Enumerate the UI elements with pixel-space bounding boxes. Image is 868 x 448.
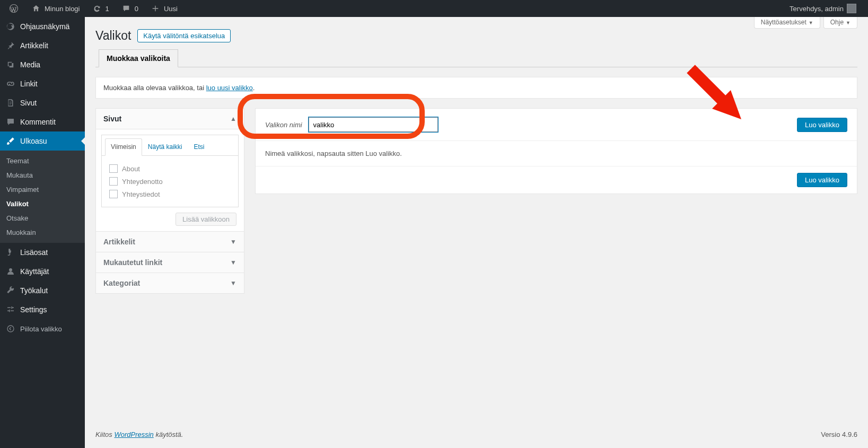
- user-greeting: Tervehdys, admin: [790, 5, 844, 13]
- add-to-menu-button: Lisää valikkoon: [176, 213, 236, 226]
- comment-icon: [121, 3, 131, 14]
- link-icon: [5, 78, 16, 89]
- user-icon: [5, 266, 16, 277]
- page-checkbox[interactable]: [109, 164, 118, 173]
- create-new-menu-link[interactable]: luo uusi valikko: [206, 84, 253, 92]
- menu-tools[interactable]: Työkalut: [0, 281, 85, 300]
- chevron-down-icon: ▼: [846, 20, 851, 25]
- admin-footer: Kiitos WordPressin käytöstä. Versio 4.9.…: [85, 421, 868, 448]
- menu-users[interactable]: Käyttäjät: [0, 262, 85, 281]
- collapse-menu[interactable]: Piilota valikko: [0, 319, 85, 338]
- comments-count: 0: [135, 5, 138, 13]
- plugin-icon: [5, 247, 16, 258]
- accordion-posts-toggle[interactable]: Artikkelit ▼: [96, 232, 244, 252]
- svg-point-1: [9, 268, 12, 271]
- svg-point-2: [7, 326, 14, 332]
- chevron-down-icon: ▼: [230, 238, 236, 245]
- accordion-custom-links: Mukautetut linkit ▼: [95, 252, 244, 273]
- appearance-submenu: Teemat Mukauta Vimpaimet Valikot Otsake …: [0, 151, 85, 243]
- accordion-categories-toggle[interactable]: Kategoriat ▼: [96, 273, 244, 293]
- admin-sidebar: Ohjausnäkymä Artikkelit Media Linkit Siv…: [0, 17, 85, 448]
- page-checkbox[interactable]: [109, 177, 118, 186]
- wrench-icon: [5, 285, 16, 296]
- menu-name-input[interactable]: [309, 117, 438, 132]
- pages-tab-search[interactable]: Etsi: [188, 138, 210, 155]
- menu-posts[interactable]: Artikkelit: [0, 36, 85, 55]
- comment-icon: [5, 117, 16, 127]
- updates-link[interactable]: 1: [87, 0, 113, 17]
- user-account-link[interactable]: Tervehdys, admin: [785, 0, 861, 17]
- accordion-pages: Sivut ▲ Viimeisin Näytä kaikki Etsi Abo: [95, 108, 244, 232]
- submenu-menus[interactable]: Valikot: [0, 197, 85, 211]
- updates-count: 1: [106, 5, 109, 13]
- chevron-down-icon: ▼: [230, 279, 236, 287]
- content-area: Näyttöasetukset▼ Ohje▼ Valikot Käytä väl…: [85, 17, 868, 448]
- chevron-down-icon: ▼: [230, 259, 236, 266]
- version-text: Versio 4.9.6: [821, 431, 857, 438]
- page-item[interactable]: Yhteystiedot: [109, 188, 231, 200]
- page-item[interactable]: About: [109, 162, 231, 175]
- nav-tabs: Muokkaa valikoita: [95, 49, 857, 67]
- menu-plugins[interactable]: Lisäosat: [0, 243, 85, 262]
- accordion-categories: Kategoriat ▼: [95, 273, 244, 294]
- site-name: Minun blogi: [45, 5, 80, 13]
- menu-media[interactable]: Media: [0, 55, 85, 74]
- page-item[interactable]: Yhteydenotto: [109, 175, 231, 188]
- new-content-link[interactable]: Uusi: [146, 0, 182, 17]
- accordion-custom-links-toggle[interactable]: Mukautetut linkit ▼: [96, 252, 244, 273]
- create-menu-button-bottom[interactable]: Luo valikko: [797, 173, 847, 187]
- wp-logo-menu[interactable]: [4, 0, 23, 17]
- pages-tab-recent[interactable]: Viimeisin: [105, 138, 142, 156]
- manage-menus-notice: Muokkaa alla olevaa valikkoa, tai luo uu…: [95, 77, 857, 99]
- live-preview-button[interactable]: Käytä välitöntä esikatselua: [137, 29, 231, 42]
- wordpress-icon: [8, 3, 19, 14]
- site-name-link[interactable]: Minun blogi: [27, 0, 84, 17]
- collapse-icon: [5, 323, 16, 334]
- avatar: [847, 4, 856, 13]
- pages-tab-all[interactable]: Näytä kaikki: [142, 138, 188, 155]
- page-icon: [5, 98, 16, 108]
- screen-options-toggle[interactable]: Näyttöasetukset▼: [754, 17, 820, 29]
- media-icon: [5, 59, 16, 70]
- submenu-widgets[interactable]: Vimpaimet: [0, 182, 85, 197]
- menu-dashboard[interactable]: Ohjausnäkymä: [0, 17, 85, 36]
- page-checkbox[interactable]: [109, 190, 118, 198]
- brush-icon: [5, 136, 16, 146]
- screen-meta-links: Näyttöasetukset▼ Ohje▼: [754, 17, 857, 29]
- help-toggle[interactable]: Ohje▼: [823, 17, 857, 29]
- menu-instructions: Nimeä valikkosi, napsauta sitten Luo val…: [256, 141, 857, 166]
- admin-bar: Minun blogi 1 0 Uusi Tervehdys, admin: [0, 0, 868, 17]
- chevron-up-icon: ▲: [230, 115, 236, 122]
- sliders-icon: [5, 304, 16, 315]
- submenu-themes[interactable]: Teemat: [0, 154, 85, 168]
- home-icon: [31, 3, 41, 14]
- menu-comments[interactable]: Kommentit: [0, 112, 85, 131]
- submenu-customize[interactable]: Mukauta: [0, 168, 85, 182]
- submenu-header[interactable]: Otsake: [0, 211, 85, 225]
- page-title: Valikot: [95, 29, 131, 43]
- menu-settings[interactable]: Settings: [0, 300, 85, 319]
- menu-appearance[interactable]: Ulkoasu: [0, 131, 85, 151]
- refresh-icon: [92, 3, 102, 14]
- menu-settings-column: Sivut ▲ Viimeisin Näytä kaikki Etsi Abo: [95, 108, 244, 294]
- menu-links[interactable]: Linkit: [0, 74, 85, 93]
- accordion-posts: Artikkelit ▼: [95, 231, 244, 252]
- chevron-down-icon: ▼: [809, 20, 813, 25]
- plus-icon: [150, 3, 161, 14]
- menu-editor: Valikon nimi Luo valikko Nimeä valikkosi…: [255, 108, 857, 194]
- menu-name-label: Valikon nimi: [265, 121, 302, 129]
- accordion-pages-toggle[interactable]: Sivut ▲: [96, 109, 244, 129]
- comments-link[interactable]: 0: [117, 0, 143, 17]
- wordpress-link[interactable]: WordPressin: [114, 431, 153, 438]
- pin-icon: [5, 40, 16, 51]
- submenu-editor[interactable]: Muokkain: [0, 225, 85, 240]
- tab-edit-menus[interactable]: Muokkaa valikoita: [99, 49, 178, 67]
- menu-pages[interactable]: Sivut: [0, 93, 85, 112]
- dashboard-icon: [5, 21, 16, 32]
- create-menu-button-top[interactable]: Luo valikko: [797, 118, 847, 132]
- new-label: Uusi: [164, 5, 178, 13]
